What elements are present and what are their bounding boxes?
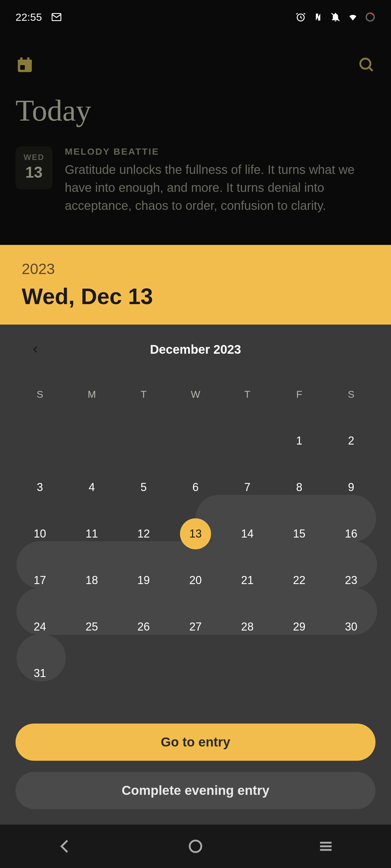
calendar-day-27[interactable]: 27 <box>169 603 221 650</box>
prev-month-button[interactable] <box>29 343 42 355</box>
calendar-grid-wrapper: SMTWTFS123456789101112131415161718192021… <box>14 371 377 696</box>
date-box-dow: WED <box>24 153 45 162</box>
system-nav-bar <box>0 825 391 868</box>
svg-rect-5 <box>20 65 25 70</box>
calendar-day-3[interactable]: 3 <box>14 464 66 510</box>
calendar-dow-header: S <box>14 379 66 410</box>
quote-card: WED 13 MELODY BEATTIE Gratitude unlocks … <box>16 146 375 215</box>
calendar-empty-cell <box>66 417 118 464</box>
status-bar: 22:55 <box>0 0 391 34</box>
calendar-day-8[interactable]: 8 <box>273 464 325 510</box>
calendar-app-icon[interactable] <box>16 56 34 74</box>
calendar-dow-header: M <box>66 379 118 410</box>
calendar-dow-header: S <box>325 379 377 410</box>
calendar-day-16[interactable]: 16 <box>325 510 377 557</box>
status-right <box>296 12 375 22</box>
calendar-empty-cell <box>14 417 66 464</box>
calendar-day-29[interactable]: 29 <box>273 603 325 650</box>
calendar-day-17[interactable]: 17 <box>14 557 66 603</box>
go-to-entry-button[interactable]: Go to entry <box>16 723 375 761</box>
calendar-day-1[interactable]: 1 <box>273 417 325 464</box>
svg-rect-8 <box>27 57 30 60</box>
calendar-dow-header: T <box>222 379 273 410</box>
quote-author: MELODY BEATTIE <box>65 146 375 157</box>
sheet-date[interactable]: Wed, Dec 13 <box>22 284 369 309</box>
calendar-dow-header: W <box>169 379 221 410</box>
page-title: Today <box>16 93 375 128</box>
calendar-day-25[interactable]: 25 <box>66 603 118 650</box>
search-icon[interactable] <box>358 56 375 74</box>
alarm-icon <box>296 12 306 22</box>
svg-rect-6 <box>18 60 32 63</box>
calendar-day-19[interactable]: 19 <box>118 557 169 603</box>
calendar-day-15[interactable]: 15 <box>273 510 325 557</box>
calendar-dow-header: T <box>118 379 169 410</box>
date-picker-sheet: 2023 Wed, Dec 13 December 2023 SMTWTFS1 <box>0 245 391 825</box>
app-bar <box>0 46 391 84</box>
wifi-icon <box>347 12 358 22</box>
status-left: 22:55 <box>16 11 62 23</box>
gmail-icon <box>51 12 62 22</box>
date-box-day: 13 <box>24 163 45 181</box>
calendar-header: December 2023 <box>14 337 377 362</box>
nav-home-button[interactable] <box>185 835 206 857</box>
calendar-day-23[interactable]: 23 <box>325 557 377 603</box>
calendar-day-18[interactable]: 18 <box>66 557 118 603</box>
calendar-day-13[interactable]: 13 <box>169 510 221 557</box>
calendar-day-4[interactable]: 4 <box>66 464 118 510</box>
notifications-off-icon <box>330 12 341 22</box>
calendar-day-31[interactable]: 31 <box>14 650 66 696</box>
calendar-day-5[interactable]: 5 <box>118 464 169 510</box>
sheet-header: 2023 Wed, Dec 13 <box>0 245 391 324</box>
svg-rect-7 <box>20 57 23 60</box>
calendar-empty-cell <box>222 417 273 464</box>
calendar-dow-header: F <box>273 379 325 410</box>
calendar-day-12[interactable]: 12 <box>118 510 169 557</box>
calendar-day-20[interactable]: 20 <box>169 557 221 603</box>
calendar-empty-cell <box>118 417 169 464</box>
svg-point-9 <box>360 59 370 69</box>
calendar-day-7[interactable]: 7 <box>222 464 273 510</box>
calendar-day-2[interactable]: 2 <box>325 417 377 464</box>
calendar-grid: SMTWTFS123456789101112131415161718192021… <box>14 371 377 696</box>
quote-text: Gratitude unlocks the fullness of life. … <box>65 161 375 215</box>
quote-block: MELODY BEATTIE Gratitude unlocks the ful… <box>65 146 375 215</box>
page-background: Today WED 13 MELODY BEATTIE Gratitude un… <box>0 93 391 215</box>
calendar-day-24[interactable]: 24 <box>14 603 66 650</box>
nav-back-button[interactable] <box>54 835 76 857</box>
calendar-day-30[interactable]: 30 <box>325 603 377 650</box>
calendar-month-label: December 2023 <box>150 343 241 356</box>
calendar-day-11[interactable]: 11 <box>66 510 118 557</box>
date-box: WED 13 <box>16 146 52 189</box>
calendar-day-14[interactable]: 14 <box>222 510 273 557</box>
svg-line-10 <box>369 67 373 71</box>
calendar-day-28[interactable]: 28 <box>222 603 273 650</box>
calendar: December 2023 SMTWTFS1234567891011121314… <box>0 324 391 717</box>
calendar-day-10[interactable]: 10 <box>14 510 66 557</box>
nfc-icon <box>313 12 323 22</box>
status-time: 22:55 <box>16 11 42 23</box>
nav-recents-button[interactable] <box>315 835 337 857</box>
sheet-year[interactable]: 2023 <box>22 260 369 277</box>
calendar-empty-cell <box>169 417 221 464</box>
calendar-day-9[interactable]: 9 <box>325 464 377 510</box>
sheet-actions: Go to entry Complete evening entry <box>0 717 391 825</box>
calendar-day-22[interactable]: 22 <box>273 557 325 603</box>
calendar-day-26[interactable]: 26 <box>118 603 169 650</box>
svg-point-11 <box>190 840 201 852</box>
complete-evening-entry-button[interactable]: Complete evening entry <box>16 772 375 809</box>
battery-indicator-icon <box>365 12 375 22</box>
calendar-day-21[interactable]: 21 <box>222 557 273 603</box>
calendar-day-6[interactable]: 6 <box>169 464 221 510</box>
